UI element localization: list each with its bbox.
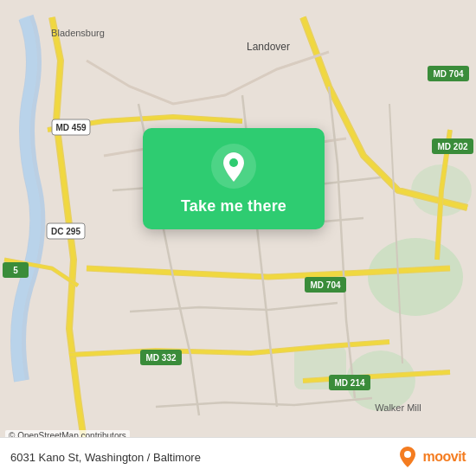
svg-text:Landover: Landover <box>247 41 290 53</box>
bottom-bar: 6031 Kano St, Washington / Baltimore moo… <box>0 437 476 476</box>
svg-text:MD 704: MD 704 <box>433 69 463 79</box>
svg-point-26 <box>404 451 411 458</box>
svg-text:Walker Mill: Walker Mill <box>375 402 421 413</box>
address-label: 6031 Kano St, Washington / Baltimore <box>10 451 201 464</box>
map-container: MD 459 DC 295 MD 704 MD 202 MD 704 MD 33… <box>0 0 476 476</box>
svg-text:MD 202: MD 202 <box>437 142 467 151</box>
moovit-brand-text: moovit <box>423 449 466 465</box>
location-pin-icon <box>211 144 256 189</box>
moovit-logo: moovit <box>396 445 466 469</box>
svg-text:MD 459: MD 459 <box>55 123 86 132</box>
map-background: MD 459 DC 295 MD 704 MD 202 MD 704 MD 33… <box>0 0 476 476</box>
svg-text:MD 214: MD 214 <box>334 378 364 388</box>
svg-point-25 <box>229 158 238 167</box>
svg-text:MD 332: MD 332 <box>145 353 176 363</box>
moovit-pin-icon <box>396 445 420 469</box>
svg-text:MD 704: MD 704 <box>310 280 340 290</box>
svg-text:5: 5 <box>13 266 18 275</box>
svg-point-1 <box>368 238 463 316</box>
svg-text:Bladensburg: Bladensburg <box>51 28 105 38</box>
navigation-card: Take me there <box>143 128 325 229</box>
svg-text:DC 295: DC 295 <box>51 227 80 236</box>
take-me-there-button[interactable]: Take me there <box>181 197 286 215</box>
